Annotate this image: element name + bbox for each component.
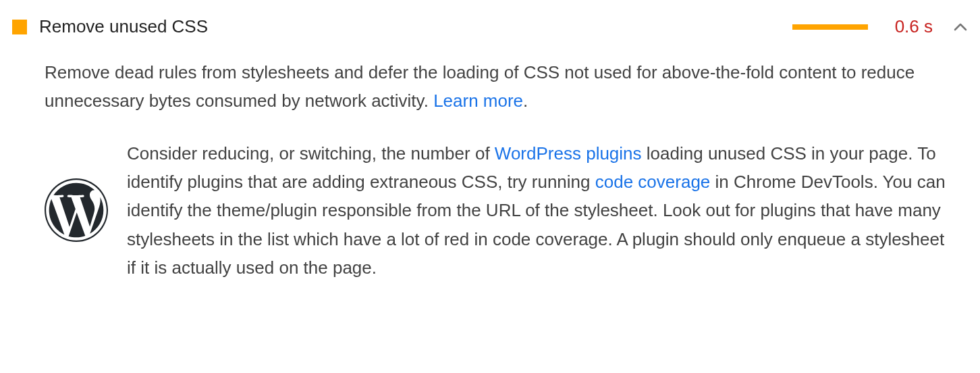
wp-text-1: Consider reducing, or switching, the num… — [127, 143, 495, 164]
savings-bar-icon — [792, 24, 868, 30]
code-coverage-link[interactable]: code coverage — [595, 172, 711, 192]
chevron-up-icon — [954, 23, 967, 31]
savings-value: 0.6 s — [895, 16, 933, 37]
learn-more-link[interactable]: Learn more — [433, 91, 523, 111]
audit-title: Remove unused CSS — [39, 16, 780, 37]
audit-description: Remove dead rules from stylesheets and d… — [45, 59, 952, 115]
wordpress-plugins-link[interactable]: WordPress plugins — [495, 143, 642, 164]
wordpress-icon — [45, 178, 108, 242]
description-text-post: . — [523, 91, 528, 111]
collapse-toggle[interactable] — [953, 20, 968, 34]
wordpress-advice-section: Consider reducing, or switching, the num… — [45, 139, 952, 282]
status-indicator-icon — [12, 20, 27, 34]
wordpress-advice-text: Consider reducing, or switching, the num… — [127, 139, 952, 282]
audit-header[interactable]: Remove unused CSS 0.6 s — [12, 16, 968, 37]
